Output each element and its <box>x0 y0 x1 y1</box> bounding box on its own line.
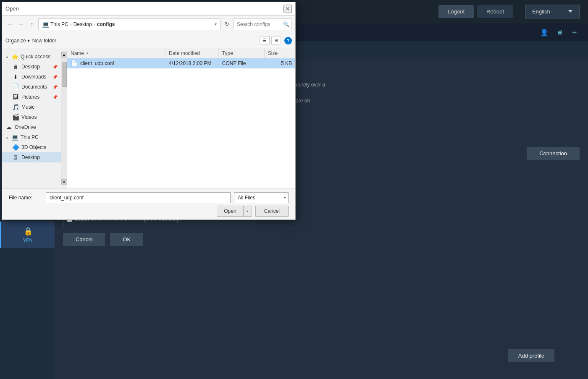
ok-button[interactable]: OK <box>110 233 143 246</box>
file-type-cell: CONF File <box>219 58 265 68</box>
organize-button[interactable]: Organize ▾ <box>5 38 30 44</box>
pin-icon-4: 📌 <box>52 95 58 99</box>
nav-item-onedrive[interactable]: ☁ OneDrive <box>2 122 61 132</box>
expander-icon: ▲ <box>5 55 9 59</box>
dialog-toolbar: ← → ↑ 💻 This PC › Desktop › configs ▾ ↻ … <box>2 16 295 33</box>
onedrive-label: OneDrive <box>15 124 58 130</box>
reboot-button[interactable]: Reboot <box>477 5 513 18</box>
downloads-icon: ⬇ <box>12 73 19 80</box>
pc-icon: 💻 <box>42 21 49 28</box>
open-dropdown-button[interactable]: ▾ <box>243 206 252 216</box>
filetype-dropdown[interactable]: All Files <box>234 192 289 203</box>
search-wrapper: 🔍 <box>233 18 292 30</box>
filename-input[interactable] <box>46 192 231 203</box>
refresh-button[interactable]: ↻ <box>222 20 231 29</box>
this-pc-label: This PC <box>21 134 58 140</box>
pin-icon-2: 📌 <box>52 75 58 79</box>
path-dropdown-button[interactable]: ▾ <box>215 22 217 26</box>
col-type[interactable]: Type <box>219 48 265 58</box>
pin-icon: 📌 <box>52 65 58 69</box>
user-icon[interactable]: 👤 <box>539 27 549 37</box>
vpn-icon: 🔒 <box>24 227 33 236</box>
nav-item-downloads[interactable]: ⬇ Downloads 📌 <box>2 72 61 82</box>
pictures-icon: 🖼 <box>12 94 19 100</box>
open-button[interactable]: Open <box>217 206 243 216</box>
filename-row: File name: All Files ▾ <box>9 192 289 203</box>
view-buttons: ☰ ⊞ ? <box>260 37 292 44</box>
wifi-icon[interactable]: ↔ <box>570 27 580 37</box>
dialog-close-button[interactable]: ✕ <box>284 5 292 13</box>
up-button[interactable]: ↑ <box>27 20 37 29</box>
col-name[interactable]: Name ▲ <box>67 48 165 58</box>
documents-icon: 📄 <box>12 84 19 90</box>
quick-access-label: Quick access <box>21 54 58 60</box>
file-size-cell: 5 KB <box>265 58 295 68</box>
sidebar-item-vpn-label: VPN <box>23 238 33 243</box>
pin-icon-3: 📌 <box>52 85 58 89</box>
footer-buttons-row: Open ▾ Cancel <box>9 206 289 217</box>
file-open-dialog: Open ✕ ← → ↑ 💻 This PC › Desktop › confi… <box>2 2 296 220</box>
onedrive-icon: ☁ <box>5 124 12 131</box>
forward-button[interactable]: → <box>16 20 26 29</box>
col-date[interactable]: Date modified <box>165 48 219 58</box>
back-button[interactable]: ← <box>5 20 15 29</box>
nav-item-desktop2[interactable]: 🖥 Desktop <box>2 152 61 162</box>
music-icon: 🎵 <box>12 104 19 110</box>
pictures-label: Pictures <box>21 94 50 100</box>
nav-item-music[interactable]: 🎵 Music <box>2 102 61 112</box>
nav-item-this-pc[interactable]: ▲ 💻 This PC <box>2 132 61 142</box>
add-profile-button[interactable]: Add profile <box>508 349 554 362</box>
logout-button[interactable]: Logout <box>438 5 474 18</box>
nav-item-3d-objects[interactable]: 🔷 3D Objects <box>2 142 61 152</box>
nav-item-documents[interactable]: 📄 Documents 📌 <box>2 82 61 92</box>
language-label: English <box>532 8 550 15</box>
connection-button[interactable]: Connection <box>527 147 580 160</box>
nav-item-quick-access[interactable]: ▲ ⭐ Quick access <box>2 52 61 62</box>
dialog-nav: ▲ ⭐ Quick access 🖥 Desktop 📌 ⬇ Downloads… <box>2 48 67 188</box>
scrollbar-down[interactable]: ▼ <box>61 179 67 185</box>
expander-pc-icon: ▲ <box>5 136 9 139</box>
monitor-icon[interactable]: 🖥 <box>554 27 564 37</box>
search-icon: 🔍 <box>283 21 289 27</box>
path-this-pc: This PC <box>50 21 68 27</box>
dialog-footer: File name: All Files ▾ Open ▾ Cancel <box>2 188 295 220</box>
col-size[interactable]: Size <box>265 48 295 58</box>
path-desktop: Desktop <box>74 21 92 27</box>
3d-objects-icon: 🔷 <box>12 144 19 151</box>
desktop-label: Desktop <box>21 64 50 70</box>
help-button[interactable]: ? <box>284 37 292 44</box>
organize-arrow: ▾ <box>27 38 30 44</box>
3d-objects-label: 3D Objects <box>21 144 58 150</box>
desktop2-label: Desktop <box>21 154 58 160</box>
thispc-icon: 💻 <box>11 134 18 141</box>
scrollbar-up[interactable]: ▲ <box>61 52 67 58</box>
file-list-body: 📄 client_udp.conf 4/12/2018 2:00 PM CONF… <box>67 58 295 188</box>
file-date-cell: 4/12/2018 2:00 PM <box>165 58 219 68</box>
nav-item-pictures[interactable]: 🖼 Pictures 📌 <box>2 92 61 102</box>
sidebar-item-vpn[interactable]: 🔒 VPN <box>0 222 55 248</box>
file-list-header: Name ▲ Date modified Type Size <box>67 48 295 58</box>
view-list-button[interactable]: ☰ <box>260 37 270 44</box>
desktop-icon: 🖥 <box>12 63 19 70</box>
language-selector[interactable]: English <box>525 5 580 18</box>
nav-scroll-area: ▲ ⭐ Quick access 🖥 Desktop 📌 ⬇ Downloads… <box>2 52 67 185</box>
desktop2-icon: 🖥 <box>12 154 19 161</box>
nav-scrollbar: ▲ ▼ <box>61 52 67 185</box>
new-folder-button[interactable]: New folder <box>32 38 56 44</box>
nav-item-desktop[interactable]: 🖥 Desktop 📌 <box>2 62 61 72</box>
bottom-buttons: Cancel OK <box>63 233 580 246</box>
dialog-cancel-button[interactable]: Cancel <box>255 206 289 217</box>
downloads-label: Downloads <box>21 74 50 80</box>
path-bar[interactable]: 💻 This PC › Desktop › configs ▾ <box>38 18 220 30</box>
music-label: Music <box>21 104 58 110</box>
scrollbar-track <box>61 58 67 179</box>
nav-item-videos[interactable]: 🎬 Videos <box>2 112 61 122</box>
table-row[interactable]: 📄 client_udp.conf 4/12/2018 2:00 PM CONF… <box>67 58 295 68</box>
path-configs: configs <box>97 21 115 27</box>
cancel-button[interactable]: Cancel <box>63 233 105 246</box>
scrollbar-thumb[interactable] <box>62 62 67 87</box>
sort-icon: ▲ <box>86 51 89 55</box>
open-button-group: Open ▾ <box>217 206 252 217</box>
file-list-panel: Name ▲ Date modified Type Size 📄 <box>67 48 295 188</box>
view-icons-button[interactable]: ⊞ <box>271 37 281 44</box>
